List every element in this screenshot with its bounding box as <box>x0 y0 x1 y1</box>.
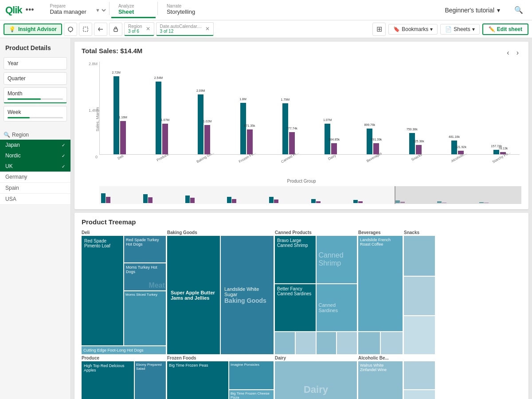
tm-moms-turkey[interactable]: Moms Turkey Hot Dogs Meat <box>124 263 166 290</box>
region-label: Region <box>12 132 29 138</box>
marquee-select-icon[interactable] <box>79 23 92 36</box>
bar-chart-area: 2.8M 1.4M 0 Sales, Margin 2.72M <box>82 62 521 177</box>
tab-prepare-pre: Prepare <box>50 4 86 8</box>
tm-section-frozen: Frozen Foods Big Time Frozen Peas Vegeta… <box>167 356 274 399</box>
bar-starchy-teal <box>493 150 499 154</box>
treemap-row2: Produce High Top Red Delcious Apples Fru… <box>82 356 521 399</box>
tm-bev-coffee[interactable]: Landslide French Roast Coffee <box>358 236 403 331</box>
chevron-down-icon: ▾ <box>497 7 500 14</box>
nav-menu-icon[interactable]: ••• <box>26 5 34 15</box>
bar-bev-teal <box>367 129 372 154</box>
date-chip-count: 3 of 12 <box>160 29 202 34</box>
tm-baking-label: Baking Goods <box>167 230 274 235</box>
lasso-icon[interactable] <box>64 23 77 36</box>
tm-cutting-edge[interactable]: Cutting Edge Foot-Long Hot Dogs <box>82 346 166 354</box>
tm-section-deli: Deli Red Spade Pimento Loaf Red Spade Tu… <box>82 230 166 354</box>
sheets-chevron: ▾ <box>472 26 475 32</box>
chart-prev-button[interactable]: ‹ <box>504 48 512 58</box>
treemap-title: Product Treemap <box>82 218 521 226</box>
bar-deli-teal <box>113 76 119 154</box>
tm-better-sardines[interactable]: Better Fancy Canned Sardines <box>275 284 316 332</box>
tm-section-snacks: Snacks <box>404 230 435 354</box>
tm-landslide-white[interactable]: Landslide White Sugar Baking Goods <box>221 236 274 354</box>
content-area: Total Sales: $14.4M ‹ › 2.8M 1.4M 0 Sale… <box>71 38 532 399</box>
tm-high-top-apples[interactable]: High Top Red Delcious Apples Fruit <box>82 361 134 399</box>
tm-bravo-shrimp[interactable]: Bravo Large Canned Shrimp <box>275 236 316 283</box>
region-search[interactable]: 🔍 Region <box>0 130 70 140</box>
quarter-filter[interactable]: Quarter <box>4 72 67 85</box>
mini-chart[interactable] <box>99 186 521 204</box>
region-USA[interactable]: USA <box>0 194 70 205</box>
edit-sheet-button[interactable]: ✏️ Edit sheet <box>482 23 528 35</box>
tm-super-apple-label: Super Apple Butter Jams and Jellies <box>171 290 216 301</box>
tab-narrate[interactable]: Narrate Storytelling <box>160 2 204 18</box>
tm-red-spade-loaf[interactable]: Red Spade Pimento Loaf <box>82 236 123 345</box>
tm-baking-goods-watermark: Baking Goods <box>224 297 270 304</box>
treemap-card: Product Treemap Deli Red Spade Pimento L… <box>74 213 528 399</box>
sidebar-title: Product Details <box>0 42 70 56</box>
tm-landslide-label: Landslide White Sugar <box>224 286 270 297</box>
bookmarks-label: Bookmarks <box>402 26 428 32</box>
tm-super-apple[interactable]: Super Apple Butter Jams and Jellies <box>167 236 220 354</box>
tab-prepare[interactable]: Prepare Data manager <box>43 2 93 18</box>
svg-rect-2 <box>114 29 117 31</box>
date-filter-chip[interactable]: Date.autoCalendar.... 3 of 12 ✕ <box>156 22 214 36</box>
insight-advisor-button[interactable]: 💡 Insight Advisor <box>4 23 62 35</box>
region-Nordic[interactable]: Nordic ✓ <box>0 150 70 161</box>
bar-produce-teal <box>156 82 161 154</box>
top-nav: Qlik ••• Prepare Data manager ▼ Analyze … <box>0 0 532 20</box>
year-filter[interactable]: Year <box>4 57 67 70</box>
tm-snacks-item2[interactable] <box>404 277 435 315</box>
lock-icon[interactable] <box>109 23 122 36</box>
check-icon: ✓ <box>62 164 65 169</box>
tm-big-time-peas[interactable]: Big Time Frozen Peas Vegetables <box>167 361 228 399</box>
tm-dairy-main[interactable]: Dairy <box>275 361 357 399</box>
qlik-logo: Qlik <box>5 4 22 16</box>
nav-divider-1 <box>109 2 110 15</box>
region-Germany[interactable]: Germany <box>0 172 70 183</box>
prepare-dropdown[interactable]: ▼ <box>94 7 107 13</box>
month-filter[interactable]: Month <box>4 87 67 103</box>
tm-ebony-salad[interactable]: Ebony Prepared Salad Vegetables <box>135 361 166 399</box>
tab-analyze[interactable]: Analyze Sheet <box>111 2 156 18</box>
sales-chart-card: Total Sales: $14.4M ‹ › 2.8M 1.4M 0 Sale… <box>74 42 528 209</box>
tutorial-dropdown[interactable]: Beginner's tutorial ▾ <box>438 5 507 16</box>
sheets-button[interactable]: 📄 Sheets ▾ <box>440 24 479 35</box>
tm-snacks-item3[interactable] <box>404 316 435 354</box>
date-chip-close-icon[interactable]: ✕ <box>205 26 210 32</box>
sheets-icon: 📄 <box>445 26 452 32</box>
tm-red-spade-dogs[interactable]: Red Spade Turkey Hot Dogs <box>124 236 166 262</box>
bar-group-deli: 2.72M 1.16M <box>100 76 139 154</box>
bookmarks-chevron: ▾ <box>430 26 433 32</box>
search-icon[interactable]: 🔍 <box>511 4 527 16</box>
bookmarks-button[interactable]: 🔖 Bookmarks ▾ <box>388 24 438 35</box>
tm-imagine[interactable]: Imagine Ponsicles <box>229 361 274 389</box>
tm-canned-shrimp[interactable]: Canned Shrimp <box>317 236 357 283</box>
region-chip-close-icon[interactable]: ✕ <box>146 26 150 32</box>
back-icon[interactable] <box>94 23 107 36</box>
tm-section-produce: Produce High Top Red Delcious Apples Fru… <box>82 356 166 399</box>
region-UK[interactable]: UK ✓ <box>0 161 70 172</box>
y-tick-top: 2.8M <box>82 62 98 66</box>
bar-group-produce: 2.54M 1.07M <box>142 82 181 154</box>
region-filter-chip[interactable]: Region 3 of 6 ✕ <box>124 22 154 36</box>
bar-deli-purple-label: 1.16M <box>118 116 127 119</box>
svg-rect-1 <box>83 27 88 31</box>
chart-next-button[interactable]: › <box>514 48 521 58</box>
tm-walrus[interactable]: Walrus White Zinfandel Wine <box>358 361 403 399</box>
tm-big-time-pizza[interactable]: Big Time Frozen Cheese Pizza <box>229 390 274 399</box>
region-Spain[interactable]: Spain <box>0 183 70 194</box>
insight-advisor-label: Insight Advisor <box>18 26 57 32</box>
week-filter[interactable]: Week <box>4 106 67 121</box>
x-axis-labels: Deli Produce Baking Go... Frozen Fo... C… <box>99 155 520 177</box>
tm-snacks-item[interactable] <box>404 236 435 276</box>
bar-group-baking: 2.09M 1.02M <box>184 94 224 154</box>
bar-deli-purple <box>120 121 126 154</box>
tm-moms-sliced[interactable]: Moms Sliced Turkey <box>124 291 166 346</box>
tm-canned-sardines[interactable]: Canned Sardines <box>317 284 357 332</box>
nav-tabs: Prepare Data manager ▼ Analyze Sheet Nar… <box>43 2 203 18</box>
tm-bev-label: Beverages <box>358 230 403 235</box>
tm-section-canned: Canned Products Bravo Large Canned Shrim… <box>275 230 357 354</box>
region-Japan[interactable]: Japan ✓ <box>0 140 70 150</box>
grid-view-icon[interactable]: ⊞ <box>372 23 386 36</box>
